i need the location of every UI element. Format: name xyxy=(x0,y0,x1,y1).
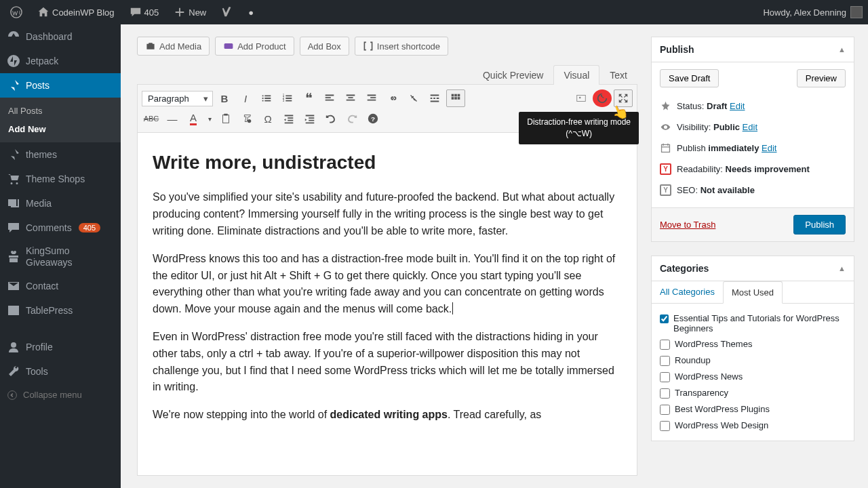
edit-status-link[interactable]: Edit xyxy=(730,101,745,111)
quote-button[interactable]: ❝ xyxy=(299,89,318,107)
category-checkbox[interactable] xyxy=(660,421,670,431)
special-char-button[interactable]: Ω xyxy=(258,110,277,127)
howdy[interactable]: Howdy, Alex Denning xyxy=(763,6,863,18)
collapse-menu[interactable]: Collapse menu xyxy=(0,384,121,407)
menu-comments[interactable]: Comments405 xyxy=(0,216,121,240)
category-checkbox[interactable] xyxy=(660,340,670,350)
menu-contact[interactable]: Contact xyxy=(0,274,121,298)
paragraph: WordPress knows this too and has a distr… xyxy=(153,251,622,318)
clear-format-button[interactable] xyxy=(237,110,256,127)
category-checkbox[interactable] xyxy=(660,314,669,324)
align-center-button[interactable] xyxy=(341,89,360,107)
tab-visual[interactable]: Visual xyxy=(553,65,599,85)
revisions-button[interactable] xyxy=(593,89,612,107)
link-button[interactable] xyxy=(383,89,402,107)
menu-theme-shops[interactable]: Theme Shops xyxy=(0,167,121,191)
publish-panel-header[interactable]: Publish▲ xyxy=(652,37,854,62)
category-list[interactable]: Essential Tips and Tutorials for WordPre… xyxy=(660,310,846,434)
indent-button[interactable] xyxy=(300,110,319,127)
menu-themes[interactable]: themes xyxy=(0,142,121,167)
readmore-button[interactable] xyxy=(425,89,444,107)
edit-visibility-link[interactable]: Edit xyxy=(743,122,757,132)
undo-button[interactable] xyxy=(321,110,340,127)
format-select[interactable]: Paragraph xyxy=(142,91,213,106)
menu-posts[interactable]: Posts xyxy=(0,73,121,98)
svg-rect-9 xyxy=(454,94,457,97)
help-button[interactable]: ? xyxy=(363,110,382,127)
add-media-button[interactable]: Add Media xyxy=(137,37,210,56)
svg-rect-14 xyxy=(577,96,586,102)
media-icon xyxy=(7,197,20,210)
tab-text[interactable]: Text xyxy=(599,65,637,85)
menu-kingsumo[interactable]: KingSumo Giveaways xyxy=(0,240,121,274)
save-draft-button[interactable]: Save Draft xyxy=(660,69,719,87)
comments-link[interactable]: 405 xyxy=(125,6,164,18)
category-checkbox[interactable] xyxy=(660,388,670,399)
insert-shortcode-button[interactable]: Insert shortcode xyxy=(355,37,448,56)
menu-media[interactable]: Media xyxy=(0,191,121,216)
svg-rect-4 xyxy=(224,43,233,49)
brackets-icon xyxy=(363,41,374,52)
italic-button[interactable]: I xyxy=(236,89,255,107)
bold-button[interactable]: B xyxy=(215,89,234,107)
paste-button[interactable] xyxy=(216,110,235,127)
editor-content[interactable]: Write more, undistracted So you've simpl… xyxy=(137,133,637,476)
wp-logo[interactable] xyxy=(5,6,27,18)
edit-schedule-link[interactable]: Edit xyxy=(762,143,776,153)
category-checkbox[interactable] xyxy=(660,372,670,382)
tab-quick-preview[interactable]: Quick Preview xyxy=(473,65,553,85)
ul-button[interactable] xyxy=(257,89,276,107)
svg-rect-10 xyxy=(458,94,460,97)
category-item[interactable]: WordPress News xyxy=(660,369,843,385)
svg-rect-8 xyxy=(452,94,454,97)
textcolor-button[interactable]: A xyxy=(184,110,203,127)
category-item[interactable]: Best WordPress Plugins xyxy=(660,401,843,418)
hr-button[interactable]: — xyxy=(163,110,182,127)
menu-dashboard[interactable]: Dashboard xyxy=(0,24,121,49)
toolbar-toggle-button[interactable] xyxy=(446,89,465,107)
calendar-icon xyxy=(660,142,671,154)
textcolor-dropdown[interactable]: ▾ xyxy=(205,110,214,127)
align-right-button[interactable] xyxy=(362,89,381,107)
publish-button[interactable]: Publish xyxy=(793,215,846,235)
unlink-button[interactable] xyxy=(404,89,423,107)
menu-tools[interactable]: Tools xyxy=(0,359,121,384)
category-item[interactable]: Transparency xyxy=(660,385,843,401)
tab-all-categories[interactable]: All Categories xyxy=(652,281,723,303)
category-item[interactable]: WordPress Themes xyxy=(660,336,843,352)
svg-point-18 xyxy=(248,119,251,123)
align-left-button[interactable] xyxy=(320,89,339,107)
admin-bar: CodeinWP Blog 405 New ● Howdy, Alex Denn… xyxy=(0,0,868,24)
publish-panel: Publish▲ Save Draft Preview Status: Draf… xyxy=(651,37,854,242)
categories-panel-header[interactable]: Categories▲ xyxy=(652,256,854,281)
svg-rect-17 xyxy=(224,114,227,116)
new-link[interactable]: New xyxy=(169,6,211,18)
category-item[interactable]: Essential Tips and Tutorials for WordPre… xyxy=(660,310,843,336)
svg-text:3: 3 xyxy=(283,99,285,102)
category-checkbox[interactable] xyxy=(660,356,670,366)
mail-icon xyxy=(7,279,20,293)
strike-button[interactable]: ABC xyxy=(142,110,161,127)
photo-button[interactable] xyxy=(572,89,591,107)
redo-button[interactable] xyxy=(342,110,361,127)
yoast-link[interactable] xyxy=(216,6,238,18)
menu-profile[interactable]: Profile xyxy=(0,335,121,359)
add-box-button[interactable]: Add Box xyxy=(300,37,349,56)
status-row: Status: Draft Edit xyxy=(660,96,846,117)
yoast-icon: Y xyxy=(660,184,671,196)
tab-most-used[interactable]: Most Used xyxy=(723,281,783,304)
menu-jetpack[interactable]: Jetpack xyxy=(0,49,121,73)
preview-button[interactable]: Preview xyxy=(797,69,846,87)
category-checkbox[interactable] xyxy=(660,405,670,415)
outdent-button[interactable] xyxy=(279,110,298,127)
add-product-button[interactable]: Add Product xyxy=(215,37,294,56)
move-to-trash-link[interactable]: Move to Trash xyxy=(660,220,715,230)
ol-button[interactable]: 123 xyxy=(278,89,297,107)
site-link[interactable]: CodeinWP Blog xyxy=(33,6,119,18)
menu-tablepress[interactable]: TablePress xyxy=(0,298,121,323)
submenu-add-new[interactable]: Add New xyxy=(0,120,121,138)
category-item[interactable]: WordPress Web Design xyxy=(660,418,843,434)
category-item[interactable]: Roundup xyxy=(660,352,843,369)
svg-rect-21 xyxy=(662,144,670,152)
submenu-all-posts[interactable]: All Posts xyxy=(0,102,121,120)
